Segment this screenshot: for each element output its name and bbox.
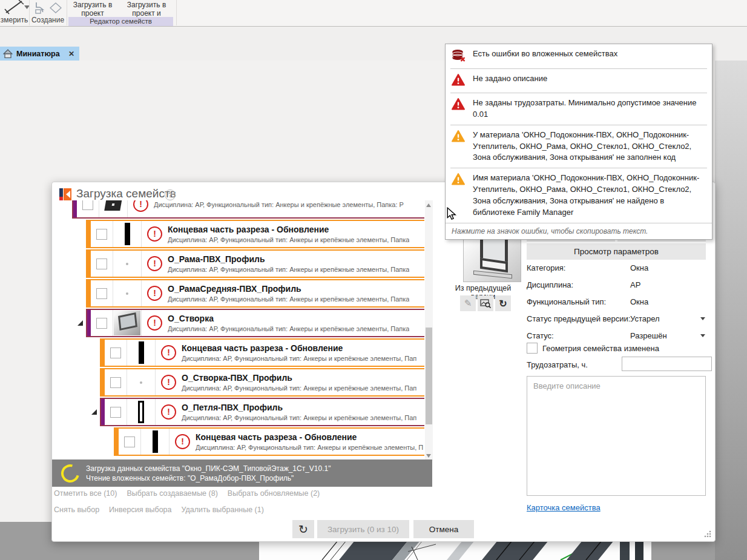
- row-warning-icon[interactable]: !: [147, 315, 162, 331]
- create-shape-icon[interactable]: [50, 2, 62, 15]
- close-icon[interactable]: ✕: [68, 50, 74, 58]
- description-textarea[interactable]: [527, 376, 706, 496]
- family-row[interactable]: !О_Петля-ПВХ_ПрофильДисциплина: АР, Функ…: [100, 398, 424, 426]
- warning-icon[interactable]: [452, 173, 467, 188]
- warning-icon[interactable]: [452, 97, 467, 113]
- row-checkbox[interactable]: [124, 436, 135, 447]
- selection-link[interactable]: Снять выбор: [54, 506, 99, 514]
- row-checkbox[interactable]: [96, 259, 107, 269]
- family-row[interactable]: !О_Рама-ПВХ_ПрофильДисциплина: АР, Функц…: [86, 249, 424, 278]
- selection-links-top: Отметить все (10)Выбрать создаваемые (8)…: [54, 489, 320, 498]
- sync-preview-button[interactable]: ↻: [495, 295, 511, 311]
- create-instance-icon[interactable]: [35, 1, 48, 15]
- family-row[interactable]: !О_Створка-ПВХ_ПрофильДисциплина: АР, Фу…: [100, 368, 424, 397]
- cancel-button[interactable]: Отмена: [413, 520, 474, 538]
- row-warning-icon[interactable]: !: [161, 404, 176, 420]
- error-popup-item: У материала 'ОКНО_Подоконник-ПВХ, ОКНО_П…: [446, 125, 712, 168]
- row-checkbox[interactable]: [82, 200, 93, 210]
- help-icon[interactable]: ?: [165, 189, 176, 200]
- detail-field: Статус предыдущей версии:Устарел: [527, 312, 707, 325]
- row-title: О_Створка: [168, 314, 409, 323]
- load-button[interactable]: Загрузить (0 из 10): [317, 520, 409, 538]
- family-row[interactable]: !О_РамаСредняя-ПВХ_ПрофильДисциплина: АР…: [86, 279, 424, 308]
- chevron-down-icon[interactable]: [700, 317, 705, 320]
- scroll-up-icon[interactable]: [426, 203, 431, 207]
- family-row[interactable]: !Концевая часть разреза - ОбновлениеДисц…: [100, 338, 424, 367]
- geometry-changed-row: Геометрия семейства изменена: [527, 343, 659, 354]
- row-warning-icon[interactable]: !: [161, 375, 176, 390]
- row-thumbnail: [113, 221, 142, 247]
- geometry-changed-checkbox[interactable]: [527, 343, 538, 354]
- row-thumbnail: [113, 310, 142, 336]
- thumbnail-dot: [140, 381, 142, 384]
- nested-errors-icon[interactable]: [452, 48, 467, 64]
- row-body: !Концевая часть разреза - ОбновлениеДисц…: [156, 340, 424, 366]
- ribbon-separator: [67, 0, 67, 25]
- row-thumbnail: [113, 251, 142, 277]
- family-row[interactable]: !О_СтворкаДисциплина: АР, Функциональный…: [86, 309, 424, 337]
- edit-preview-button[interactable]: ✎: [460, 295, 476, 311]
- thumbnail-profile-bar: [125, 223, 130, 245]
- labor-hours-input[interactable]: [622, 357, 712, 371]
- row-warning-icon[interactable]: !: [175, 434, 190, 449]
- detail-field-value[interactable]: Устарел: [630, 314, 660, 323]
- chevron-down-icon[interactable]: [700, 334, 705, 337]
- expander-icon[interactable]: [77, 320, 83, 326]
- row-warning-icon[interactable]: !: [147, 286, 162, 301]
- row-body: !О_РамаСредняя-ПВХ_ПрофильДисциплина: АР…: [142, 280, 424, 306]
- geometry-changed-label: Геометрия семейства изменена: [542, 344, 659, 353]
- row-checkbox[interactable]: [96, 288, 107, 299]
- row-subtitle: Дисциплина: АР, Функциональный тип: Анке…: [168, 236, 409, 243]
- family-row[interactable]: !Дисциплина: АР, Функциональный тип: Анк…: [72, 200, 424, 219]
- refresh-button[interactable]: ↻: [292, 520, 314, 538]
- error-popup-text: Не заданы трудозатраты. Минимально допус…: [473, 97, 706, 120]
- family-row[interactable]: !Концевая часть разреза - ОбновлениеДисц…: [86, 220, 424, 248]
- row-checkbox[interactable]: [96, 229, 107, 240]
- preview-image-search-button[interactable]: [478, 295, 493, 311]
- error-popup-footer: Нажмите на значок ошибки, чтобы скопиров…: [446, 223, 712, 239]
- warning-icon[interactable]: [452, 73, 467, 88]
- row-checkbox[interactable]: [110, 348, 121, 358]
- view-parameters-button[interactable]: Просмотр параметров: [527, 243, 706, 260]
- family-row[interactable]: !Концевая часть разреза - ОбновлениеДисц…: [114, 427, 424, 456]
- scroll-down-icon[interactable]: [426, 454, 431, 458]
- row-checkbox[interactable]: [110, 377, 121, 388]
- row-text: О_Рама-ПВХ_ПрофильДисциплина: АР, Функци…: [168, 254, 409, 273]
- selection-link[interactable]: Инверсия выбора: [109, 506, 171, 514]
- row-thumbnail: [127, 399, 156, 425]
- detail-field: Функциональный тип:Окна: [527, 295, 707, 308]
- tab-miniatura[interactable]: Миниатюра ✕: [0, 47, 79, 61]
- row-subtitle: Дисциплина: АР, Функциональный тип: Анке…: [154, 201, 404, 208]
- thumbnail-profile-bar: [153, 430, 158, 453]
- error-popup-item: Не заданы трудозатраты. Минимально допус…: [446, 93, 712, 125]
- sync-icon: ↻: [499, 298, 507, 309]
- scrollbar-thumb[interactable]: [426, 328, 432, 424]
- row-warning-icon[interactable]: !: [161, 345, 176, 360]
- family-card-link[interactable]: Карточка семейства: [527, 503, 601, 512]
- warning-icon[interactable]: [452, 130, 467, 145]
- row-checkbox[interactable]: [110, 407, 121, 418]
- detail-field-value[interactable]: Разрешён: [630, 331, 667, 340]
- row-thumbnail: [99, 200, 128, 217]
- selection-link[interactable]: Выбрать обновляемые (2): [228, 489, 320, 498]
- list-scrollbar[interactable]: [425, 200, 433, 461]
- row-warning-icon[interactable]: !: [133, 200, 148, 212]
- home-icon: [3, 49, 13, 58]
- ribbon-separator: [176, 0, 177, 25]
- detail-field: Дисциплина:АР: [527, 278, 707, 291]
- expander-icon[interactable]: [91, 409, 97, 415]
- row-warning-icon[interactable]: !: [147, 256, 162, 271]
- row-title: О_Рама-ПВХ_Профиль: [168, 254, 409, 264]
- resize-grip[interactable]: [703, 530, 712, 538]
- error-popup-text: Не задано описание: [473, 73, 547, 85]
- load-into-project-button[interactable]: Загрузить в проект: [68, 1, 117, 18]
- selection-link[interactable]: Выбрать создаваемые (8): [127, 489, 217, 498]
- row-checkbox[interactable]: [96, 318, 107, 329]
- selection-link[interactable]: Удалить выбранные (1): [182, 506, 264, 514]
- row-warning-icon[interactable]: !: [147, 226, 162, 242]
- row-checkbox-cell: [91, 251, 113, 277]
- labor-hours-label: Трудозатраты, ч.: [527, 360, 588, 369]
- selection-link[interactable]: Отметить все (10): [54, 489, 117, 498]
- row-subtitle: Дисциплина: АР, Функциональный тип: Анке…: [182, 355, 416, 362]
- measure-icon[interactable]: [4, 0, 25, 15]
